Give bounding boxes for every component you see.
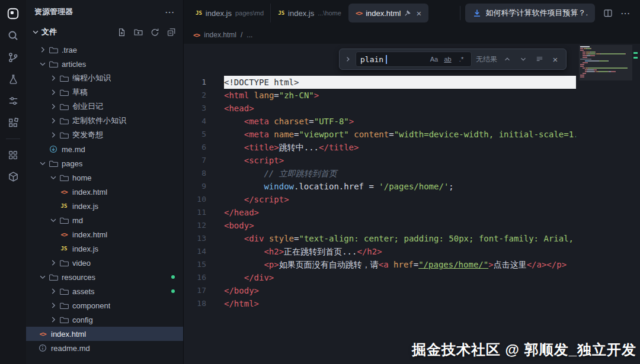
folder-icon [59,102,69,111]
new-file-button[interactable] [117,28,126,37]
folder-icon [59,73,69,83]
tree-item-component[interactable]: component [26,298,183,313]
tree-item-assets[interactable]: assets [26,284,183,298]
regex-toggle[interactable]: .* [456,54,467,65]
match-case-toggle[interactable]: Aa [428,54,440,65]
tree-item-index.html[interactable]: <>index.html [26,227,183,241]
activity-package-button[interactable] [0,166,26,188]
tab-如何科学计算软件项目预算？.[interactable]: 如何科学计算软件项目预算？. [465,4,595,22]
code-line-4[interactable]: <meta charset="UTF-8"> [224,115,576,128]
code-line-3[interactable]: <head> [224,102,576,115]
code-line-11[interactable]: </head> [224,206,576,219]
tab-close-button[interactable]: × [416,8,421,18]
code-line-17[interactable]: </body> [224,284,576,297]
line-number: 18 [184,297,217,310]
activity-extensions-button[interactable] [0,112,26,134]
tree-item-突发奇想[interactable]: 突发奇想 [26,128,183,142]
tree-item-label: 草稿 [72,87,88,98]
code-line-6[interactable]: <title>跳转中...</title> [224,141,576,154]
collapse-all-button[interactable] [167,28,176,37]
refresh-button[interactable] [151,28,159,37]
tree-item-label: video [72,259,91,268]
code-line-14[interactable]: <h2>正在跳转到首页...</h2> [224,245,576,258]
editor-actions: ··· [595,8,634,18]
file-tree: .traearticles编程小知识草稿创业日记定制软件小知识突发奇想me.md… [26,40,183,364]
code-line-13[interactable]: <div style="text-align: center; padding:… [224,232,576,245]
tab-index.js[interactable]: JSindex.js...\home [271,4,348,22]
code-line-8[interactable]: // 立即跳转到首页 [224,167,576,180]
tree-item-index.js[interactable]: JSindex.js [26,199,183,213]
close-find-button[interactable]: × [549,53,561,65]
tree-item-me.md[interactable]: me.md [26,142,183,156]
find-input-value: plain [360,55,383,64]
tree-item-.trae[interactable]: .trae [26,43,183,57]
find-input[interactable]: plain Aa ab .* [356,51,472,67]
apps-icon [8,150,18,160]
tree-item-articles[interactable]: articles [26,57,183,71]
breadcrumb-file[interactable]: index.html [204,31,236,39]
tree-item-video[interactable]: video [26,256,183,270]
tree-item-md[interactable]: md [26,213,183,227]
split-editor-button[interactable] [603,8,613,18]
tree-item-index.js[interactable]: JSindex.js [26,241,183,256]
whole-word-toggle[interactable]: ab [442,54,453,65]
line-number: 14 [184,245,217,258]
activity-source-control-button[interactable] [0,46,26,68]
code-line-15[interactable]: <p>如果页面没有自动跳转，请<a href="/pages/home/">点击… [224,258,576,271]
download-icon [472,8,482,18]
code-line-10[interactable]: </script> [224,193,576,206]
activity-sliders-button[interactable] [0,90,26,112]
tab-index.js[interactable]: JSindex.jspages\md [188,4,271,22]
code-line-5[interactable]: <meta name="viewport" content="width=dev… [224,128,576,141]
code-line-7[interactable]: <script> [224,154,576,167]
breadcrumb-more[interactable]: ... [247,31,252,39]
tree-item-readme.md[interactable]: readme.md [26,341,183,355]
tree-item-index.html[interactable]: <>index.html [26,185,183,199]
tree-item-草稿[interactable]: 草稿 [26,85,183,99]
tree-item-resources[interactable]: resources [26,270,183,284]
tree-item-label: component [72,301,110,310]
minimap-slider[interactable] [579,45,632,80]
tab-index.html[interactable]: <>index.html× [348,4,428,22]
more-editor-button[interactable]: ··· [621,9,631,17]
activity-apps-button[interactable] [0,144,26,166]
sidebar-header: 资源管理器 ··· [26,0,183,24]
code-line-1[interactable]: <!DOCTYPE html> [224,76,576,89]
code-line-18[interactable]: </html> [224,297,576,310]
breadcrumb[interactable]: <>index.html/... [184,26,640,44]
tree-item-config[interactable]: config [26,313,183,327]
code-line-9[interactable]: window.location.href = '/pages/home/'; [224,180,576,193]
sidebar-more-button[interactable]: ··· [165,8,175,17]
tree-item-pages[interactable]: pages [26,156,183,170]
tree-item-定制软件小知识[interactable]: 定制软件小知识 [26,114,183,128]
new-folder-icon [134,28,143,37]
minimap[interactable] [580,46,631,78]
line-number: 5 [184,128,217,141]
tree-item-编程小知识[interactable]: 编程小知识 [26,71,183,85]
tree-item-label: me.md [62,145,85,154]
previous-match-button[interactable] [501,53,513,65]
extensions-icon [8,117,19,128]
line-number: 4 [184,115,217,128]
code-line-2[interactable]: <html lang="zh-CN"> [224,89,576,102]
activity-search-button[interactable] [0,24,26,46]
line-number: 15 [184,258,217,271]
code-line-12[interactable]: <body> [224,219,576,232]
tree-item-index.html[interactable]: <>index.html [26,327,183,341]
files-section-header[interactable]: 文件 [26,24,183,40]
find-in-selection-button[interactable] [533,53,545,65]
new-folder-button[interactable] [134,28,143,37]
watermark: 掘金技术社区 @ 郭顺发_独立开发 [412,340,636,359]
toggle-replace-chevron-icon[interactable] [344,56,351,63]
app-window: 资源管理器 ··· 文件 .traearticles编程小知识草稿创业日记定制软… [0,0,640,364]
next-match-button[interactable] [517,53,529,65]
folder-icon [59,286,69,296]
tab-list: JSindex.jspages\mdJSindex.js...\home<>in… [188,0,428,26]
pin-icon [404,9,411,17]
code-area[interactable]: <!DOCTYPE html><html lang="zh-CN"><head>… [217,44,576,364]
tree-item-home[interactable]: home [26,170,183,185]
activity-beaker-button[interactable] [0,68,26,90]
activity-logo-button[interactable] [0,2,26,24]
code-line-16[interactable]: </div> [224,271,576,284]
tree-item-创业日记[interactable]: 创业日记 [26,99,183,114]
